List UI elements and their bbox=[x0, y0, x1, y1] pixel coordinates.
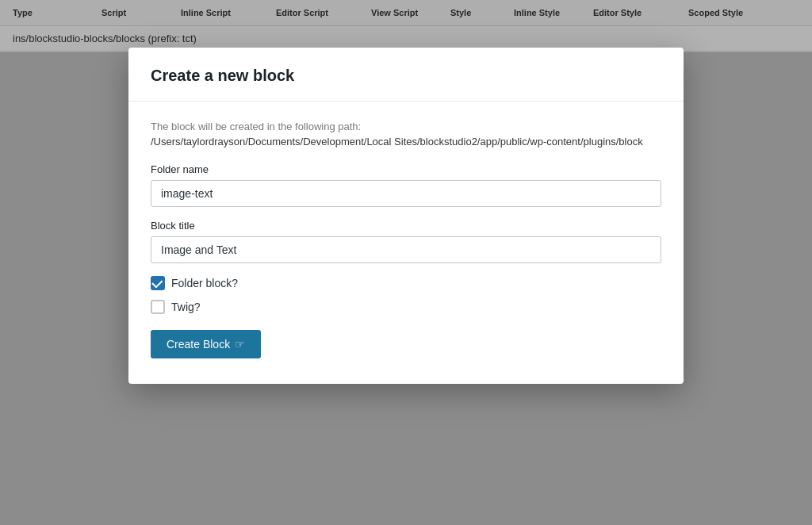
block-title-input[interactable] bbox=[151, 236, 661, 263]
cursor-hand-icon: ☞ bbox=[235, 338, 245, 351]
path-label: The block will be created in the followi… bbox=[151, 121, 661, 132]
modal-dialog: Create a new block The block will be cre… bbox=[128, 48, 684, 384]
block-title-label: Block title bbox=[151, 220, 661, 232]
folder-block-checkbox[interactable] bbox=[151, 276, 165, 290]
twig-label: Twig? bbox=[171, 301, 201, 313]
path-value: /Users/taylordrayson/Documents/Developme… bbox=[151, 136, 661, 148]
folder-block-label: Folder block? bbox=[171, 277, 238, 289]
modal-body: The block will be created in the followi… bbox=[128, 102, 684, 384]
create-block-button[interactable]: Create Block ☞ bbox=[151, 330, 261, 358]
create-block-label: Create Block bbox=[167, 338, 230, 351]
block-title-group: Block title bbox=[151, 220, 661, 263]
folder-name-label: Folder name bbox=[151, 163, 661, 175]
folder-name-input[interactable] bbox=[151, 180, 661, 207]
folder-name-group: Folder name bbox=[151, 163, 661, 207]
modal-overlay: Create a new block The block will be cre… bbox=[0, 0, 812, 525]
modal-title: Create a new block bbox=[151, 67, 661, 85]
folder-block-checkbox-group[interactable]: Folder block? bbox=[151, 276, 661, 290]
twig-checkbox[interactable] bbox=[151, 300, 165, 314]
checkboxes-section: Folder block? Twig? bbox=[151, 276, 661, 314]
modal-header: Create a new block bbox=[128, 48, 684, 102]
twig-checkbox-group[interactable]: Twig? bbox=[151, 300, 661, 314]
